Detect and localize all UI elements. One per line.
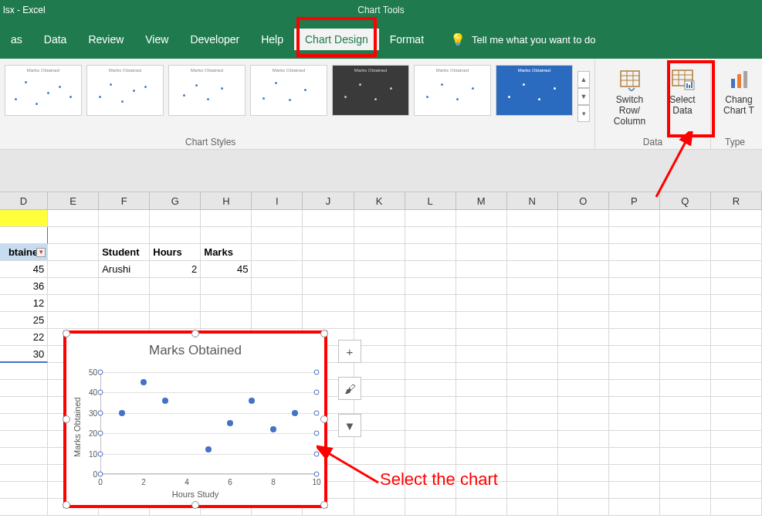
- col-H[interactable]: H: [201, 192, 252, 209]
- chart-data-point[interactable]: [205, 446, 212, 452]
- cell-H-marks[interactable]: 45: [201, 261, 252, 278]
- data-group-label: Data: [643, 137, 662, 147]
- tab-developer[interactable]: Developer: [179, 29, 250, 50]
- cell-D-val-3[interactable]: 25: [0, 312, 48, 329]
- chart-x-axis-label: Hours Study: [66, 490, 324, 499]
- cell-D-val-0[interactable]: 45: [0, 261, 48, 278]
- col-L[interactable]: L: [405, 192, 456, 209]
- col-P[interactable]: P: [609, 192, 660, 209]
- tab-formulas[interactable]: as: [0, 29, 33, 50]
- tell-me-search[interactable]: 💡 Tell me what you want to do: [450, 32, 595, 47]
- filter-icon: ▼: [344, 419, 356, 432]
- bulb-icon: 💡: [450, 32, 466, 47]
- chart-style-6[interactable]: Marks Obtained: [414, 65, 491, 116]
- chart-styles-button[interactable]: 🖌: [338, 377, 361, 400]
- col-F[interactable]: F: [99, 192, 150, 209]
- change-chart-type-button[interactable]: Chang Chart T: [716, 63, 762, 146]
- col-E[interactable]: E: [48, 192, 99, 209]
- svg-rect-16: [743, 71, 747, 88]
- svg-rect-14: [731, 79, 735, 88]
- chart-style-1[interactable]: Marks Obtained: [5, 65, 82, 116]
- tab-chart-design[interactable]: Chart Design: [294, 29, 379, 50]
- chart-style-7[interactable]: Marks Obtained: [496, 65, 573, 116]
- style-scroll-more[interactable]: ▾: [577, 105, 590, 122]
- col-D[interactable]: D: [0, 192, 48, 209]
- cell-F-student-header[interactable]: Student: [99, 244, 150, 261]
- style-scroll-down[interactable]: ▼: [577, 88, 590, 105]
- cell-D-val-5[interactable]: 30: [0, 346, 48, 363]
- svg-rect-15: [737, 74, 741, 88]
- chart-elements-button[interactable]: +: [338, 340, 361, 363]
- chart-y-axis-label: Marks Obtained: [73, 397, 82, 457]
- col-N[interactable]: N: [507, 192, 558, 209]
- col-K[interactable]: K: [354, 192, 405, 209]
- tab-data[interactable]: Data: [33, 29, 78, 50]
- brush-icon: 🖌: [344, 382, 356, 395]
- cell-D-header-obtained[interactable]: btained▼: [0, 244, 48, 261]
- cell-F-student[interactable]: Arushi: [99, 261, 150, 278]
- col-I[interactable]: I: [252, 192, 303, 209]
- switch-row-column-icon: [618, 66, 642, 91]
- svg-rect-0: [621, 71, 639, 86]
- formula-bar-area: [0, 150, 762, 192]
- cell-D-yellow[interactable]: [0, 210, 48, 227]
- style-scroll: ▲ ▼ ▾: [577, 71, 590, 146]
- chart-tools-label: Chart Tools: [357, 5, 404, 15]
- chart-data-point[interactable]: [141, 379, 147, 385]
- tab-view[interactable]: View: [134, 29, 179, 50]
- cell-D-val-1[interactable]: 36: [0, 278, 48, 295]
- tab-format[interactable]: Format: [379, 29, 435, 50]
- col-R[interactable]: R: [711, 192, 762, 209]
- col-O[interactable]: O: [558, 192, 609, 209]
- cell-G-hours[interactable]: 2: [150, 261, 201, 278]
- column-headers: D E F G H I J K L M N O P Q R: [0, 192, 762, 210]
- col-G[interactable]: G: [150, 192, 201, 209]
- type-group-label: Type: [725, 137, 745, 147]
- chart-data-point[interactable]: [119, 410, 125, 416]
- switch-row-column-button[interactable]: Switch Row/ Column: [600, 63, 659, 146]
- chart-styles-label: Chart Styles: [185, 137, 235, 147]
- select-data-icon: [670, 66, 695, 91]
- chart-data-point[interactable]: [270, 426, 276, 432]
- cell-G-hours-header[interactable]: Hours: [150, 244, 201, 261]
- col-Q[interactable]: Q: [660, 192, 711, 209]
- chart-filters-button[interactable]: ▼: [338, 414, 361, 437]
- col-J[interactable]: J: [303, 192, 354, 209]
- tab-review[interactable]: Review: [77, 29, 134, 50]
- tab-help[interactable]: Help: [250, 29, 294, 50]
- embedded-chart[interactable]: Marks Obtained Marks Obtained 0102030405…: [63, 330, 327, 508]
- chart-title[interactable]: Marks Obtained: [66, 343, 324, 358]
- tell-me-text: Tell me what you want to do: [472, 34, 595, 46]
- chart-style-5[interactable]: Marks Obtained: [332, 65, 409, 116]
- app-title: lsx - Excel: [0, 5, 46, 15]
- chart-style-2[interactable]: Marks Obtained: [86, 65, 164, 116]
- cell-H-marks-header[interactable]: Marks: [201, 244, 252, 261]
- cell-D-val-2[interactable]: 12: [0, 295, 48, 312]
- chart-data-point[interactable]: [162, 398, 168, 404]
- data-group: Switch Row/ Column Select Data Data: [594, 59, 710, 149]
- style-scroll-up[interactable]: ▲: [577, 71, 590, 88]
- chart-plot-area[interactable]: 010203040500246810: [100, 372, 317, 474]
- chart-data-point[interactable]: [292, 410, 298, 416]
- select-data-button[interactable]: Select Data: [659, 63, 706, 146]
- chart-data-point[interactable]: [227, 420, 233, 426]
- col-M[interactable]: M: [456, 192, 507, 209]
- ribbon-tabs: as Data Review View Developer Help Chart…: [0, 20, 762, 59]
- chart-styles-group: Marks Obtained Marks Obtained Marks Obta…: [0, 59, 594, 149]
- chart-data-point[interactable]: [249, 398, 255, 404]
- annotation-select-chart-text: Select the chart: [380, 469, 498, 490]
- title-bar: lsx - Excel Chart Tools: [0, 0, 762, 20]
- chart-style-3[interactable]: Marks Obtained: [168, 65, 246, 116]
- filter-dropdown-icon[interactable]: ▼: [36, 248, 46, 257]
- chart-style-4[interactable]: Marks Obtained: [250, 65, 327, 116]
- ribbon: Marks Obtained Marks Obtained Marks Obta…: [0, 59, 762, 150]
- cell-D-val-4[interactable]: 22: [0, 329, 48, 346]
- chart-type-icon: [726, 66, 751, 91]
- type-group: Chang Chart T Type: [710, 59, 762, 149]
